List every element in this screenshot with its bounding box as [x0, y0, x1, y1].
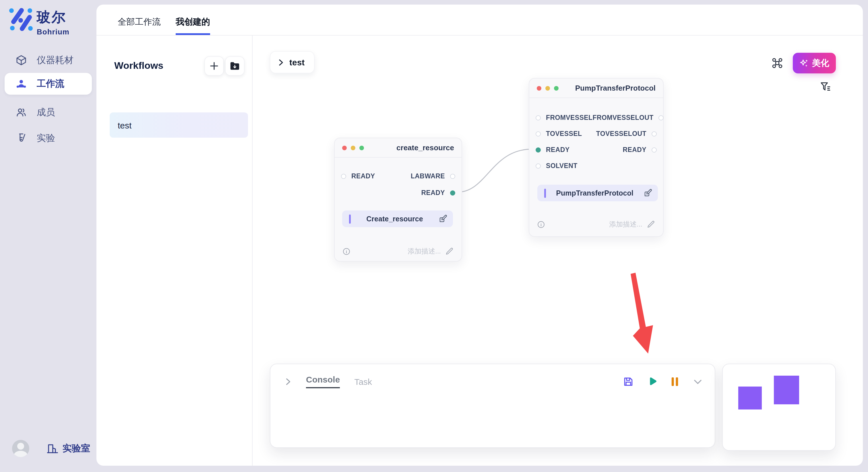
node-header: create_resource [335, 138, 462, 158]
run-button[interactable] [647, 376, 657, 386]
edit-icon[interactable] [644, 189, 652, 197]
filter-icon [820, 81, 831, 92]
folder-import-icon [229, 61, 240, 71]
sidebar-item-label: 成员 [37, 106, 55, 119]
breadcrumb[interactable]: test [270, 51, 315, 73]
dot-green [360, 145, 364, 150]
add-workflow-button[interactable] [205, 56, 224, 76]
avatar[interactable] [12, 440, 29, 457]
pause-button[interactable] [671, 376, 679, 386]
output-port-tovesselout[interactable]: TOVESSELOUT [596, 130, 657, 137]
node-footer: 添加描述... [343, 247, 454, 256]
port-circle[interactable] [536, 115, 541, 120]
workflows-panel: Workflows test [96, 36, 253, 466]
command-icon [771, 57, 784, 69]
description-placeholder: 添加描述... [609, 220, 642, 229]
port-circle-connected[interactable] [536, 147, 541, 152]
brand-subtitle: Bohrium [37, 28, 69, 36]
console-panel: Console Task [270, 364, 715, 448]
save-icon [623, 376, 634, 387]
minimap[interactable] [722, 364, 836, 451]
port-label: TOVESSEL [546, 130, 582, 137]
output-port-labware[interactable]: LABWARE [411, 173, 455, 179]
tab-all-workflows[interactable]: 全部工作流 [118, 16, 161, 35]
beautify-label: 美化 [812, 58, 829, 69]
input-port-tovessel[interactable]: TOVESSEL [536, 130, 582, 137]
output-port-fromvesselout[interactable]: FROMVESSELOUT [592, 114, 663, 121]
building-icon [46, 442, 59, 455]
node-footer: 添加描述... [537, 220, 655, 229]
port-circle-connected[interactable] [450, 190, 455, 195]
pause-icon [671, 376, 679, 386]
save-button[interactable] [623, 376, 634, 387]
port-circle[interactable] [341, 173, 346, 179]
tab-console[interactable]: Console [306, 374, 340, 388]
breadcrumb-label: test [289, 57, 305, 67]
node-title: create_resource [396, 143, 454, 152]
sidebar-item-label: 实验 [37, 132, 55, 144]
sidebar-item-label: 工作流 [37, 78, 64, 90]
port-circle[interactable] [450, 173, 455, 179]
sidebar-item-workflow[interactable]: 工作流 [5, 73, 92, 95]
import-folder-button[interactable] [225, 56, 245, 76]
pill-label: Create_resource [351, 215, 439, 223]
tab-my-created[interactable]: 我创建的 [176, 16, 210, 35]
dot-yellow [351, 145, 355, 150]
port-circle[interactable] [652, 131, 657, 136]
info-icon[interactable] [343, 247, 350, 255]
port-label: SOLVENT [546, 162, 578, 169]
members-icon [16, 107, 27, 118]
dot-yellow [546, 86, 550, 90]
sidebar: 玻尔 Bohrium 仪器耗材 工作流 [0, 0, 96, 472]
workflows-title: Workflows [114, 60, 163, 72]
node-pill-create-resource[interactable]: Create_resource [342, 210, 453, 227]
dot-green [554, 86, 559, 90]
tab-task[interactable]: Task [354, 376, 372, 386]
command-palette-button[interactable] [770, 56, 784, 70]
sidebar-footer[interactable]: 实验室 [12, 440, 90, 457]
port-circle[interactable] [536, 163, 541, 168]
node-pump-transfer-protocol[interactable]: PumpTransferProtocol FROMVESSEL FROMVESS… [529, 78, 663, 237]
play-icon [647, 376, 657, 386]
chevron-down-icon [692, 376, 703, 387]
input-port-ready[interactable]: READY [341, 173, 375, 179]
expand-chevron-icon[interactable] [284, 378, 291, 385]
output-port-ready[interactable]: READY [421, 189, 455, 196]
plus-icon [210, 61, 219, 71]
add-description[interactable]: 添加描述... [408, 246, 454, 256]
port-label: READY [421, 189, 445, 196]
sidebar-item-members[interactable]: 成员 [5, 102, 92, 123]
add-description[interactable]: 添加描述... [609, 220, 655, 229]
node-pill-pump-transfer[interactable]: PumpTransferProtocol [537, 185, 658, 201]
app-root: 玻尔 Bohrium 仪器耗材 工作流 [0, 0, 868, 472]
dot-red [537, 86, 541, 90]
experiment-icon [16, 133, 27, 144]
beautify-button[interactable]: 美化 [793, 53, 836, 73]
port-label: TOVESSELOUT [596, 130, 646, 137]
port-circle[interactable] [652, 147, 657, 152]
port-circle[interactable] [536, 131, 541, 136]
port-circle[interactable] [659, 115, 664, 120]
sidebar-item-instruments[interactable]: 仪器耗材 [5, 49, 92, 71]
pencil-icon[interactable] [445, 247, 454, 255]
input-port-ready[interactable]: READY [536, 146, 570, 153]
minimap-node [738, 386, 762, 409]
node-title: PumpTransferProtocol [575, 84, 656, 92]
input-port-solvent[interactable]: SOLVENT [536, 162, 578, 169]
pencil-icon[interactable] [647, 220, 655, 228]
node-header: PumpTransferProtocol [529, 78, 663, 98]
sparkles-icon [799, 59, 809, 68]
output-port-ready[interactable]: READY [623, 146, 657, 153]
brand-logo: 玻尔 Bohrium [9, 8, 69, 36]
node-create-resource[interactable]: create_resource READY LABWARE READY Crea… [334, 138, 462, 262]
workflow-tabbar: 全部工作流 我创建的 [96, 5, 863, 36]
sidebar-item-experiments[interactable]: 实验 [5, 127, 92, 149]
filter-button[interactable] [820, 81, 831, 92]
port-label: READY [546, 146, 570, 153]
info-icon[interactable] [537, 221, 545, 228]
edit-icon[interactable] [439, 214, 447, 223]
workflow-list-item-test[interactable]: test [110, 112, 248, 138]
input-port-fromvessel[interactable]: FROMVESSEL [536, 114, 592, 121]
port-label: READY [623, 146, 646, 153]
collapse-panel-button[interactable] [692, 376, 703, 387]
